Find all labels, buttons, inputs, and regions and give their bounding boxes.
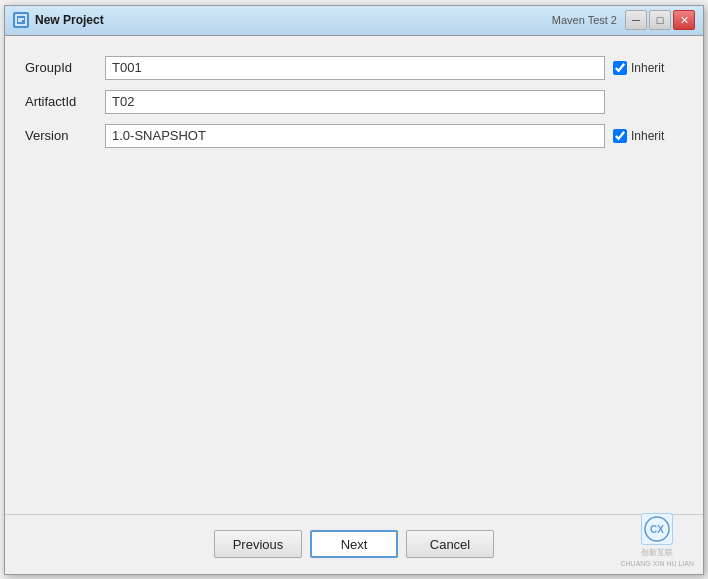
version-inherit-checkbox[interactable]: [613, 129, 627, 143]
group-id-inherit-checkbox[interactable]: [613, 61, 627, 75]
cancel-button[interactable]: Cancel: [406, 530, 494, 558]
next-button[interactable]: Next: [310, 530, 398, 558]
close-button[interactable]: ✕: [673, 10, 695, 30]
window-icon: [13, 12, 29, 28]
maximize-button[interactable]: □: [649, 10, 671, 30]
window-title: New Project: [35, 13, 552, 27]
watermark-logo: CX: [641, 513, 673, 545]
svg-rect-0: [16, 15, 26, 25]
version-inherit-label: Inherit: [631, 129, 664, 143]
group-id-input[interactable]: [105, 56, 605, 80]
version-input[interactable]: [105, 124, 605, 148]
watermark: CX 创新互联 CHUANG XIN HU LIAN: [620, 513, 694, 567]
window-subtitle: Maven Test 2: [552, 14, 617, 26]
group-id-inherit-label: Inherit: [631, 61, 664, 75]
watermark-text-line2: CHUANG XIN HU LIAN: [620, 560, 694, 567]
svg-text:CX: CX: [650, 524, 664, 535]
minimize-button[interactable]: ─: [625, 10, 647, 30]
dialog-window: New Project Maven Test 2 ─ □ ✕ GroupId I…: [4, 5, 704, 575]
group-id-row: GroupId Inherit: [25, 56, 683, 80]
artifact-id-row: ArtifactId Inherit: [25, 90, 683, 114]
group-id-inherit-container: Inherit: [613, 61, 683, 75]
watermark-text-line1: 创新互联: [641, 547, 673, 558]
artifact-id-label: ArtifactId: [25, 94, 105, 109]
title-bar: New Project Maven Test 2 ─ □ ✕: [5, 6, 703, 36]
previous-button[interactable]: Previous: [214, 530, 302, 558]
form-content: GroupId Inherit ArtifactId Inherit Versi…: [5, 36, 703, 514]
version-row: Version Inherit: [25, 124, 683, 148]
window-controls: ─ □ ✕: [625, 10, 695, 30]
group-id-label: GroupId: [25, 60, 105, 75]
artifact-id-input[interactable]: [105, 90, 605, 114]
dialog-footer: Previous Next Cancel: [5, 514, 703, 574]
version-inherit-container: Inherit: [613, 129, 683, 143]
version-label: Version: [25, 128, 105, 143]
